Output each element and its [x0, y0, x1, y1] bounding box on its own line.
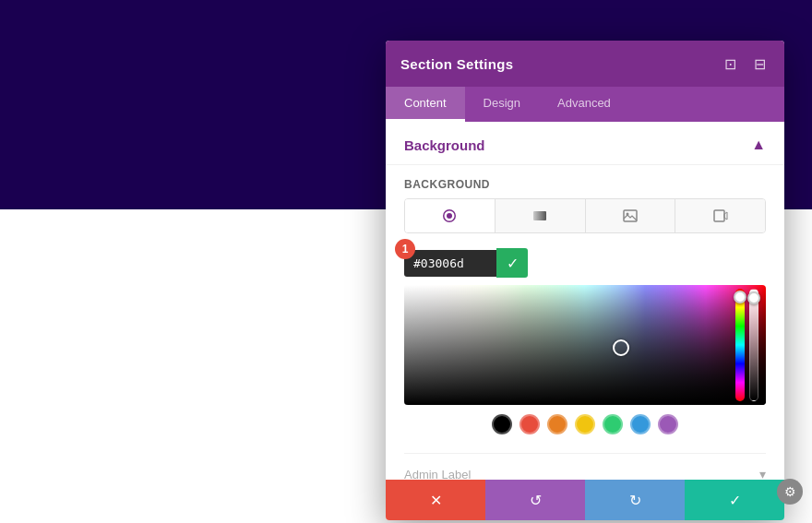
admin-label-header[interactable]: Admin Label ▾	[404, 454, 766, 480]
undo-button[interactable]: ↺	[485, 480, 585, 520]
tab-bar: Content Design Advanced	[386, 87, 784, 122]
svg-point-0	[447, 213, 452, 219]
swatch-green[interactable]	[603, 414, 623, 434]
swatch-red[interactable]	[519, 414, 540, 434]
bg-type-color[interactable]	[405, 199, 496, 232]
panel-footer: ✕ ↺ ↻ ✓	[386, 480, 784, 520]
color-gradient-canvas[interactable]	[404, 285, 766, 405]
admin-label-section: Admin Label ▾	[404, 453, 766, 480]
section-header: Background ▲	[386, 122, 784, 165]
bg-type-image[interactable]	[586, 199, 676, 232]
color-picker-wrapper: 1 ✓	[404, 248, 766, 438]
section-settings-panel: Section Settings ⊡ ⊟ Content Design Adva…	[386, 41, 784, 520]
section-collapse-icon[interactable]: ▲	[751, 137, 766, 153]
bg-type-video[interactable]	[675, 199, 765, 232]
save-button[interactable]: ✓	[685, 480, 784, 520]
color-input-row: ✓	[404, 248, 766, 278]
bg-type-gradient[interactable]	[496, 199, 586, 232]
color-swatches	[404, 405, 766, 438]
tab-content[interactable]: Content	[386, 87, 465, 122]
swatch-black[interactable]	[492, 414, 512, 434]
opacity-slider[interactable]	[749, 289, 758, 401]
swatch-orange[interactable]	[547, 414, 567, 434]
columns-icon[interactable]: ⊟	[749, 53, 770, 74]
picker-badge: 1	[395, 239, 415, 259]
color-confirm-button[interactable]: ✓	[496, 248, 528, 278]
gear-icon: ⚙	[784, 484, 796, 499]
admin-label-arrow-icon: ▾	[759, 467, 766, 480]
tab-design[interactable]: Design	[465, 87, 539, 122]
background-label: Background	[386, 165, 784, 198]
svg-rect-2	[624, 210, 637, 221]
swatch-purple[interactable]	[658, 414, 678, 434]
bg-type-tabs	[404, 198, 766, 233]
picker-sliders	[735, 289, 758, 401]
admin-label-text: Admin Label	[404, 468, 471, 481]
cancel-button[interactable]: ✕	[386, 480, 485, 520]
tab-advanced[interactable]: Advanced	[539, 87, 629, 122]
gear-fab[interactable]: ⚙	[777, 479, 803, 505]
svg-rect-1	[533, 211, 546, 220]
color-hex-input[interactable]	[404, 250, 496, 277]
redo-button[interactable]: ↻	[585, 480, 685, 520]
panel-header: Section Settings ⊡ ⊟	[386, 41, 784, 87]
focus-icon[interactable]: ⊡	[720, 53, 740, 74]
svg-rect-4	[714, 210, 724, 221]
color-picker-handle	[613, 339, 629, 356]
section-title: Background	[404, 137, 485, 153]
checkmark-icon: ✓	[507, 255, 519, 272]
opacity-slider-thumb	[747, 291, 760, 304]
cancel-icon: ✕	[430, 492, 442, 509]
undo-icon: ↺	[530, 492, 542, 509]
panel-body: Background ▲ Background	[386, 122, 784, 480]
swatch-blue[interactable]	[630, 414, 651, 434]
hue-slider-thumb	[734, 291, 746, 303]
panel-title: Section Settings	[400, 56, 513, 72]
redo-icon: ↻	[629, 492, 641, 509]
save-icon: ✓	[729, 492, 741, 509]
swatch-yellow[interactable]	[575, 414, 595, 434]
panel-header-icons: ⊡ ⊟	[720, 53, 770, 74]
hue-slider[interactable]	[735, 289, 745, 401]
